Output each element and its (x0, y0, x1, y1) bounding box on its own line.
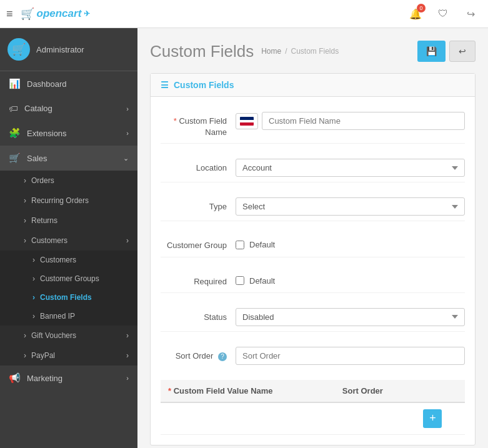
location-group: Location Account Register (161, 154, 465, 182)
required-default-label[interactable]: Default (249, 276, 275, 286)
col-actions (416, 380, 465, 402)
marketing-icon: 📢 (9, 372, 21, 384)
customers-subnav: › Customers › Customer Groups › Custom F… (0, 251, 137, 326)
status-wrap: Disabled Enabled (236, 308, 465, 326)
logo-cart-icon: 🛒 (21, 7, 34, 21)
language-flag-button[interactable] (236, 113, 258, 129)
sidebar-item-catalog[interactable]: 🏷 Catalog › (0, 96, 137, 121)
page-header: Custom Fields Home / Custom Fields 💾 ↩ (150, 41, 476, 62)
sidebar-item-sales[interactable]: 🛒 Sales ⌄ (0, 146, 137, 171)
chevron-right-icon-3: › (126, 331, 129, 340)
add-value-button[interactable]: + (423, 409, 442, 428)
sidebar-user: 🛒 Administrator (0, 28, 137, 71)
sidebar-item-dashboard[interactable]: 📊 Dashboard (0, 71, 137, 96)
sidebar-item-label: Recurring Orders (31, 196, 89, 205)
username-label: Administrator (36, 45, 84, 54)
chevron-right-icon: › (32, 274, 35, 283)
table-cell-name (161, 402, 335, 435)
breadcrumb-current: Custom Fields (291, 47, 339, 56)
location-label: Location (161, 159, 236, 174)
type-select[interactable]: Select Text Textarea File Date Time Date… (236, 197, 465, 216)
location-select[interactable]: Account Register (236, 159, 465, 177)
chevron-right-icon: › (24, 216, 26, 225)
chevron-right-icon: › (126, 129, 129, 137)
sidebar-item-customer-groups[interactable]: › Customer Groups (0, 269, 137, 288)
sidebar-item-label: Extensions (27, 129, 67, 138)
sidebar-item-label: Banned IP (40, 312, 75, 321)
sidebar-item-label: Customers (31, 236, 67, 245)
sidebar-item-orders[interactable]: › Orders (0, 171, 137, 191)
sort-order-input[interactable] (236, 347, 465, 365)
sidebar-item-label: Returns (31, 216, 57, 225)
custom-field-name-group: * Custom Field Name (161, 107, 465, 144)
avatar: 🛒 (7, 38, 30, 61)
status-label: Status (161, 308, 236, 323)
chevron-right-icon: › (32, 312, 35, 321)
sidebar-item-recurring-orders[interactable]: › Recurring Orders (0, 191, 137, 211)
sort-order-wrap (236, 347, 465, 365)
page-header-left: Custom Fields Home / Custom Fields (150, 42, 339, 61)
sidebar-item-custom-fields[interactable]: › Custom Fields (0, 288, 137, 307)
sidebar-item-marketing[interactable]: 📢 Marketing › (0, 366, 137, 391)
card-title: Custom Fields (174, 80, 234, 90)
type-wrap: Select Text Textarea File Date Time Date… (236, 197, 465, 216)
sort-order-group: Sort Order ? (161, 342, 465, 370)
sidebar-nav: 📊 Dashboard 🏷 Catalog › 🧩 Extensions › 🛒… (0, 71, 137, 391)
table-body: + (161, 402, 465, 435)
custom-field-name-input[interactable] (262, 112, 465, 130)
notifications-button[interactable]: 🔔 0 (404, 2, 427, 25)
menu-toggle-button[interactable]: ≡ (6, 7, 13, 21)
sort-order-label: Sort Order ? (161, 347, 236, 362)
customer-group-wrap: Default (236, 236, 465, 249)
breadcrumb-sep: / (285, 47, 287, 56)
sidebar-item-customers-list[interactable]: › Customers (0, 251, 137, 269)
sidebar-item-label: PayPal (31, 351, 55, 360)
sidebar-item-extensions[interactable]: 🧩 Extensions › (0, 121, 137, 146)
top-navbar: ≡ 🛒 opencart ✈ 🔔 0 🛡 ↪ (0, 0, 488, 28)
custom-fields-card: ☰ Custom Fields * Custom Field Name (150, 73, 476, 446)
input-with-flag (236, 112, 465, 130)
col-sort-order: Sort Order (335, 380, 416, 402)
back-button[interactable]: ↩ (449, 41, 476, 62)
sales-subnav: › Orders › Recurring Orders › Returns › … (0, 171, 137, 366)
table-row: + (161, 402, 465, 435)
type-group: Type Select Text Textarea File Date Time… (161, 192, 465, 221)
nav-right: 🔔 0 🛡 ↪ (404, 2, 482, 25)
custom-field-values-table-section: Custom Field Value Name Sort Order (161, 380, 465, 435)
chevron-right-icon: › (24, 176, 26, 185)
required-checkbox[interactable] (236, 276, 244, 285)
table-head: Custom Field Value Name Sort Order (161, 380, 465, 402)
sidebar-item-banned-ip[interactable]: › Banned IP (0, 307, 137, 326)
sidebar-item-customers[interactable]: › Customers › (0, 231, 137, 251)
card-header: ☰ Custom Fields (151, 74, 475, 97)
table-cell-sort-order (335, 402, 416, 435)
chevron-right-icon-2: › (126, 236, 129, 245)
sidebar-item-label: Dashboard (27, 79, 67, 89)
logout-icon: ↪ (467, 8, 475, 20)
sidebar-item-label: Customer Groups (40, 274, 99, 283)
dashboard-icon: 📊 (9, 78, 21, 89)
uk-flag-icon (240, 117, 254, 126)
logo-text: opencart (37, 7, 82, 20)
support-button[interactable]: 🛡 (432, 2, 454, 25)
sort-order-help-icon[interactable]: ? (218, 352, 227, 361)
catalog-icon: 🏷 (9, 103, 18, 114)
chevron-down-icon: ⌄ (123, 154, 129, 162)
chevron-right-icon-4: › (126, 351, 129, 360)
breadcrumb-home[interactable]: Home (261, 47, 281, 56)
customer-group-default-label[interactable]: Default (249, 240, 275, 249)
sidebar-item-returns[interactable]: › Returns (0, 211, 137, 231)
custom-field-values-table: Custom Field Value Name Sort Order (161, 380, 465, 435)
sidebar: 🛒 Administrator 📊 Dashboard 🏷 Catalog › … (0, 28, 137, 448)
sidebar-item-label: Orders (31, 176, 54, 185)
customer-group-checkbox[interactable] (236, 241, 244, 249)
status-group: Status Disabled Enabled (161, 303, 465, 332)
sidebar-item-paypal[interactable]: › PayPal › (0, 346, 137, 366)
sidebar-item-label: Custom Fields (40, 293, 92, 302)
save-button[interactable]: 💾 (417, 41, 446, 62)
logout-button[interactable]: ↪ (459, 2, 482, 25)
page-title: Custom Fields (150, 42, 254, 61)
status-select[interactable]: Disabled Enabled (236, 308, 465, 326)
required-group: Required Default (161, 267, 465, 293)
sidebar-item-gift-vouchers[interactable]: › Gift Vouchers › (0, 326, 137, 346)
